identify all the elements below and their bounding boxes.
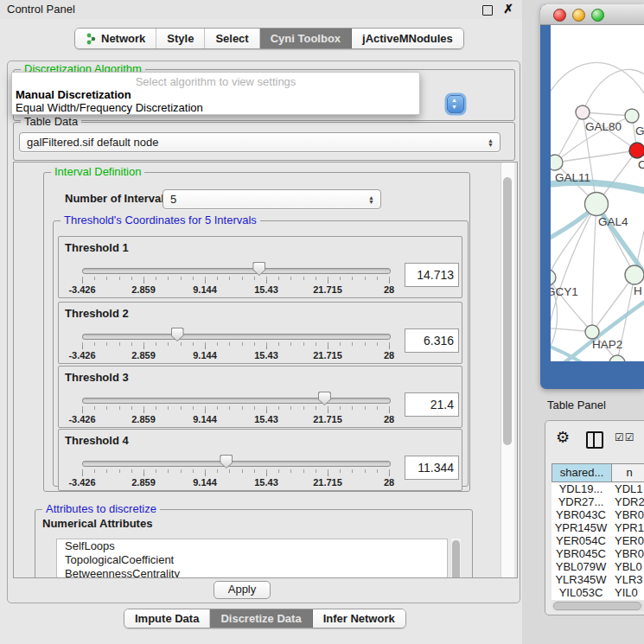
network-node[interactable] <box>551 270 556 285</box>
algorithm-option-equal-width[interactable]: Equal Width/Frequency Discretization <box>16 101 203 114</box>
column-header-shared[interactable]: shared... <box>552 464 612 481</box>
table-row[interactable]: YLR345WYLR3 <box>552 573 644 586</box>
table-cell-name[interactable]: YER0 <box>610 534 644 547</box>
table-cell-shared-name[interactable]: YIL053C <box>552 586 610 599</box>
gear-icon[interactable]: ⚙ <box>556 428 570 447</box>
algorithm-option-manual[interactable]: Manual Discretization <box>16 88 131 101</box>
table-cell-shared-name[interactable]: YBL079W <box>552 560 610 573</box>
number-of-intervals-select[interactable]: 5 ▲▼ <box>163 189 381 209</box>
slider-ticks-minor <box>82 406 390 410</box>
table-horizontal-scrollbar-thumb[interactable] <box>553 602 641 610</box>
table-cell-name[interactable]: YDR2 <box>610 495 644 508</box>
network-node-highlighted[interactable] <box>629 143 644 158</box>
table-cell-name[interactable]: YBR0 <box>610 508 644 521</box>
tab-select[interactable]: Select <box>205 29 259 48</box>
attributes-list-scrollbar[interactable] <box>451 539 461 578</box>
attributes-group-title: Attributes to discretize <box>42 502 160 515</box>
algorithm-prompt-option[interactable]: Select algorithm to view settings <box>12 75 419 88</box>
table-row[interactable]: YDR27...YDR2 <box>552 495 644 508</box>
network-node[interactable] <box>551 155 563 170</box>
algorithm-combo-arrow-button[interactable]: ▲▼ <box>447 95 464 113</box>
combo-stepper-icon: ▲▼ <box>368 195 374 204</box>
apply-button[interactable]: Apply <box>214 581 271 599</box>
table-cell-shared-name[interactable]: YER054C <box>552 534 610 547</box>
tab-cyni-toolbox-label: Cyni Toolbox <box>271 32 341 45</box>
threshold-value-field[interactable]: 11.344 <box>405 456 459 480</box>
tab-discretize-data[interactable]: Discretize Data <box>210 609 312 628</box>
tab-impute-data[interactable]: Impute Data <box>124 609 210 628</box>
table-row[interactable]: YIL053CYIL0 <box>552 586 644 599</box>
control-panel: Control Panel ✗ Network Style Select Cyn… <box>0 0 523 644</box>
network-view-window: GAL80 GA C GAL11 GAL4 GCY1 H HAP2 <box>540 4 644 389</box>
network-node[interactable] <box>625 265 644 284</box>
settings-scrollbar-thumb[interactable] <box>503 177 512 445</box>
slider-tick-label: 15.43 <box>254 414 278 424</box>
minimize-traffic-light[interactable] <box>572 9 585 22</box>
checkbox-columns-icon[interactable]: ☑☑ <box>615 431 635 443</box>
table-row[interactable]: YBR043CYBR0 <box>552 508 644 521</box>
tab-network[interactable]: Network <box>75 29 156 48</box>
table-row[interactable]: YBR045CYBR0 <box>552 547 644 560</box>
float-window-icon[interactable] <box>482 5 493 16</box>
settings-scrollbar[interactable] <box>501 163 514 577</box>
table-row[interactable]: YPR145WYPR1 <box>552 521 644 534</box>
close-icon[interactable]: ✗ <box>503 2 513 16</box>
tab-cyni-toolbox[interactable]: Cyni Toolbox <box>260 29 352 48</box>
table-cell-name[interactable]: YBR0 <box>610 547 644 560</box>
close-traffic-light[interactable] <box>553 9 566 22</box>
threshold-box: Threshold 2-3.4262.8599.14415.4321.71528… <box>58 302 462 364</box>
columns-icon[interactable] <box>586 431 603 449</box>
table-row[interactable]: YDL19...YDL1 <box>552 482 644 495</box>
tab-jactivemnodules[interactable]: jActiveMNodules <box>352 29 463 48</box>
slider-tick-label: 2.859 <box>131 284 156 295</box>
table-cell-name[interactable]: YPR1 <box>610 521 644 534</box>
attribute-list-item[interactable]: BetweennessCentrality <box>57 567 447 578</box>
tab-select-label: Select <box>215 32 248 45</box>
network-node[interactable] <box>625 109 639 123</box>
slider-tick-label: 9.144 <box>193 284 217 295</box>
table-cell-name[interactable]: YIL0 <box>610 586 644 599</box>
slider-tick-label: 21.715 <box>313 284 342 295</box>
table-horizontal-scrollbar[interactable] <box>552 601 644 611</box>
node-label: GAL4 <box>598 215 628 228</box>
threshold-box: Threshold 3-3.4262.8599.14415.4321.71528… <box>58 366 462 428</box>
tab-network-label: Network <box>101 32 145 45</box>
table-cell-shared-name[interactable]: YLR345W <box>552 573 610 586</box>
table-cell-name[interactable]: YLR3 <box>610 573 644 586</box>
threshold-label: Threshold 4 <box>65 434 129 447</box>
network-node[interactable] <box>585 325 599 339</box>
table-cell-shared-name[interactable]: YBR043C <box>552 508 610 521</box>
network-node[interactable] <box>576 105 590 119</box>
table-cell-shared-name[interactable]: YPR145W <box>552 521 610 534</box>
network-window-titlebar[interactable] <box>540 4 644 25</box>
attribute-list-item[interactable]: TopologicalCoefficient <box>57 553 447 567</box>
threshold-value-field[interactable]: 21.4 <box>405 392 459 417</box>
attribute-list-item[interactable]: SelfLoops <box>57 539 447 553</box>
slider-ticks-minor <box>82 469 390 473</box>
slider-tick-label: -3.426 <box>68 350 95 360</box>
slider-tick-label: 9.144 <box>193 350 217 360</box>
slider-track[interactable] <box>82 461 391 467</box>
table-data-group: Table Data galFiltered.sif default node … <box>13 122 515 161</box>
table-cell-shared-name[interactable]: YDR27... <box>552 495 610 508</box>
table-cell-shared-name[interactable]: YBR045C <box>552 547 610 560</box>
network-node[interactable] <box>585 193 609 216</box>
tab-infer-network[interactable]: Infer Network <box>313 609 405 628</box>
slider-track[interactable] <box>82 398 391 404</box>
slider-track[interactable] <box>82 268 391 274</box>
threshold-value-field[interactable]: 6.316 <box>405 328 459 353</box>
column-header-name[interactable]: n <box>612 464 644 481</box>
table-row[interactable]: YBL079WYBL0 <box>552 560 644 573</box>
control-panel-tabs: Network Style Select Cyni Toolbox jActiv… <box>74 28 464 49</box>
slider-track[interactable] <box>82 334 391 340</box>
table-cell-shared-name[interactable]: YDL19... <box>552 482 610 495</box>
table-cell-name[interactable]: YBL0 <box>610 560 644 573</box>
table-row[interactable]: YER054CYER0 <box>552 534 644 547</box>
threshold-value-field[interactable]: 14.713 <box>405 263 459 287</box>
network-canvas[interactable]: GAL80 GA C GAL11 GAL4 GCY1 H HAP2 <box>551 25 644 361</box>
network-node[interactable] <box>609 355 625 361</box>
table-data-select[interactable]: galFiltered.sif default node ▲▼ <box>19 132 501 152</box>
zoom-traffic-light[interactable] <box>591 9 604 22</box>
tab-style[interactable]: Style <box>156 29 205 48</box>
table-cell-name[interactable]: YDL1 <box>610 482 644 495</box>
